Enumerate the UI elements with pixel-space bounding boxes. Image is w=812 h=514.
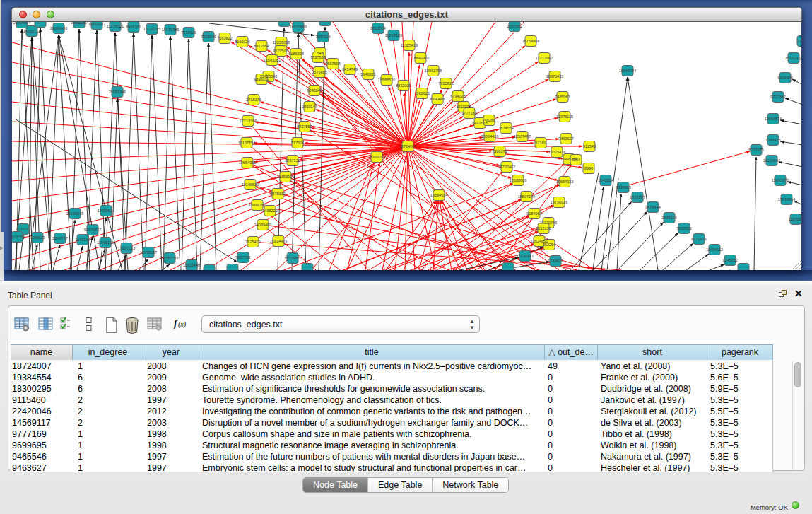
svg-text:10107554: 10107554 [238, 141, 255, 145]
svg-text:8471676: 8471676 [691, 237, 706, 241]
svg-text:16033809: 16033809 [290, 25, 307, 29]
svg-text:7625402: 7625402 [245, 240, 260, 244]
svg-text:16961758: 16961758 [425, 69, 442, 73]
svg-text:62160: 62160 [535, 141, 546, 145]
svg-text:1611078: 1611078 [456, 105, 471, 109]
svg-text:29053346: 29053346 [109, 90, 126, 94]
svg-text:19218506: 19218506 [385, 33, 402, 37]
svg-text:14099489: 14099489 [254, 223, 271, 227]
svg-text:2718176: 2718176 [246, 98, 261, 102]
svg-text:3824554: 3824554 [498, 126, 513, 130]
svg-text:15720407: 15720407 [498, 165, 515, 169]
svg-text:11923448: 11923448 [183, 263, 200, 267]
svg-text:9184067: 9184067 [526, 211, 541, 216]
svg-text:12093873: 12093873 [765, 117, 782, 121]
svg-text:10719155: 10719155 [143, 27, 160, 31]
svg-text:1362615: 1362615 [414, 91, 429, 95]
svg-text:2087682: 2087682 [507, 24, 522, 28]
svg-text:7515546: 7515546 [201, 35, 216, 39]
svg-text:19654923: 19654923 [556, 180, 573, 184]
svg-text:7515526: 7515526 [181, 30, 196, 35]
svg-text:8160124: 8160124 [235, 40, 249, 44]
svg-text:2803144: 2803144 [302, 105, 317, 109]
svg-text:9527506: 9527506 [273, 49, 288, 53]
svg-text:20364436: 20364436 [481, 134, 498, 139]
svg-text:14055712: 14055712 [23, 29, 40, 33]
svg-text:1244415: 1244415 [765, 138, 780, 142]
svg-text:20691406: 20691406 [50, 26, 67, 30]
svg-text:16914479: 16914479 [270, 239, 287, 243]
svg-text:6466160: 6466160 [126, 25, 141, 29]
svg-text:1498222: 1498222 [262, 209, 277, 213]
svg-text:12213369: 12213369 [240, 119, 257, 123]
svg-text:15692971: 15692971 [772, 178, 789, 182]
svg-text:9657791: 9657791 [235, 255, 250, 259]
svg-text:12975115: 12975115 [556, 115, 573, 119]
svg-text:2935114: 2935114 [661, 216, 676, 220]
svg-text:93975867: 93975867 [84, 228, 101, 232]
svg-text:19166829: 19166829 [242, 182, 259, 187]
svg-text:7955812: 7955812 [438, 81, 453, 86]
svg-text:12905115: 12905115 [97, 240, 114, 245]
svg-text:10688609: 10688609 [510, 178, 526, 182]
svg-text:10853287: 10853287 [88, 22, 105, 26]
svg-text:8822035: 8822035 [396, 83, 411, 88]
svg-text:3675685: 3675685 [312, 70, 326, 74]
svg-text:19756926: 19756926 [551, 200, 567, 204]
svg-text:1156829: 1156829 [30, 235, 45, 240]
svg-text:1535051: 1535051 [16, 227, 30, 231]
svg-text:8215955: 8215955 [748, 148, 763, 152]
svg-text:9777169: 9777169 [461, 111, 476, 115]
svg-text:9146821: 9146821 [360, 72, 375, 76]
svg-text:19654925: 19654925 [239, 160, 256, 165]
svg-text:10025438: 10025438 [548, 150, 565, 154]
svg-text:9329906: 9329906 [777, 76, 792, 80]
svg-text:16210643: 16210643 [763, 158, 780, 163]
svg-text:8267130: 8267130 [285, 158, 300, 163]
svg-text:6794028: 6794028 [450, 94, 465, 98]
svg-text:7663822: 7663822 [217, 36, 232, 40]
svg-text:8813054: 8813054 [370, 26, 385, 30]
svg-text:16543362: 16543362 [264, 58, 281, 62]
svg-text:1640954: 1640954 [598, 178, 613, 182]
svg-text:16154808: 16154808 [522, 39, 539, 43]
svg-text:2942737: 2942737 [52, 236, 67, 240]
svg-text:10973493: 10973493 [546, 74, 563, 78]
svg-text:10046766: 10046766 [249, 203, 266, 207]
svg-text:17016504: 17016504 [778, 197, 795, 201]
svg-text:12226058: 12226058 [273, 40, 290, 45]
svg-text:7485063: 7485063 [555, 95, 570, 99]
svg-text:18640910: 18640910 [412, 56, 429, 60]
svg-text:8990448: 8990448 [430, 97, 445, 101]
svg-text:8878332: 8878332 [270, 192, 285, 196]
svg-text:15716485: 15716485 [284, 256, 301, 260]
svg-text:1615132: 1615132 [536, 226, 551, 230]
svg-text:252254: 252254 [543, 243, 555, 247]
svg-text:6879197: 6879197 [630, 195, 645, 199]
svg-text:11325419: 11325419 [401, 43, 418, 47]
svg-text:15276021: 15276021 [107, 24, 124, 28]
svg-text:9896012: 9896012 [254, 77, 269, 81]
svg-text:9245652: 9245652 [722, 258, 737, 262]
svg-text:1145194: 1145194 [75, 238, 90, 242]
svg-text:746266: 746266 [483, 118, 495, 122]
svg-text:2667608: 2667608 [325, 62, 340, 66]
svg-text:12213967: 12213967 [536, 56, 553, 60]
svg-text:9474444: 9474444 [645, 205, 660, 209]
svg-text:11353594: 11353594 [277, 175, 294, 179]
svg-text:16671385: 16671385 [162, 28, 179, 32]
svg-text:13588520: 13588520 [378, 78, 395, 82]
svg-text:7357224: 7357224 [315, 35, 330, 39]
svg-text:8427552: 8427552 [297, 124, 312, 129]
svg-text:717004: 717004 [291, 141, 304, 145]
svg-text:8996: 8996 [584, 166, 593, 170]
svg-text:11123: 11123 [798, 39, 802, 43]
svg-text:1733426: 1733426 [548, 259, 563, 263]
svg-text:19384554: 19384554 [430, 193, 447, 197]
svg-text:15136141: 15136141 [517, 254, 534, 258]
svg-text:9227342: 9227342 [770, 95, 785, 99]
svg-text:3913159: 3913159 [12, 235, 25, 239]
svg-text:17359924: 17359924 [98, 209, 114, 213]
svg-text:8454749: 8454749 [342, 67, 357, 71]
svg-text:17957223: 17957223 [118, 246, 135, 250]
